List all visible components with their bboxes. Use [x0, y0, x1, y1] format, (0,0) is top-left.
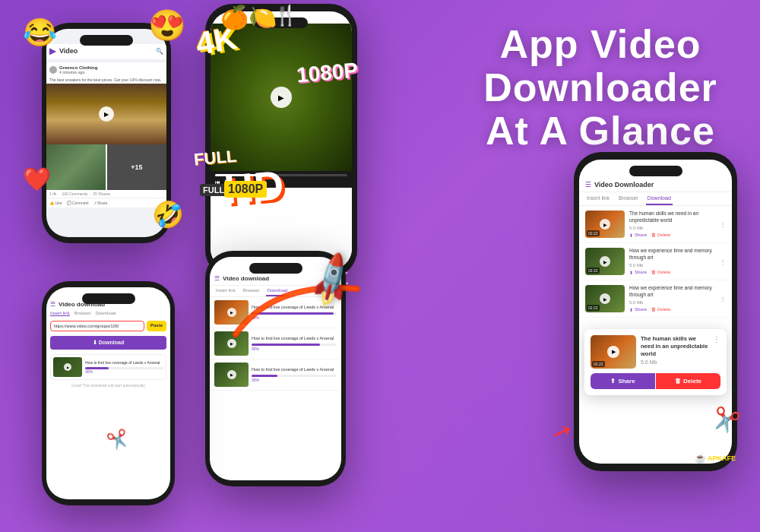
fb-video-grid: +15 — [46, 144, 166, 190]
p5-play-2[interactable]: ▶ — [600, 256, 610, 267]
p5-play-3[interactable]: ▶ — [600, 293, 610, 304]
p5-title-2: How we experience time and memory throug… — [629, 248, 715, 261]
p4-video-item: ▶ How to find live coverage of Leeds v A… — [50, 354, 166, 380]
post-time: 4 minutes ago — [59, 70, 97, 74]
p5-item-2: ▶ 02:22 How we experience time and memor… — [579, 243, 732, 280]
heart-emoji: ❤️ — [23, 166, 51, 192]
exp-title: The human skills we need in an unpredict… — [641, 335, 708, 357]
search-icon[interactable]: 🔍 — [156, 48, 163, 55]
url-input[interactable]: https://www.video.com/groups/105/ — [50, 321, 144, 331]
p5-more-1[interactable]: ⋮ — [720, 221, 726, 228]
p5-share-3[interactable]: ⬆ Share — [629, 307, 647, 312]
fb-stats: 1.4k · 100 Comments · 25 Shares — [46, 190, 166, 198]
fork-emoji: 🍴 — [274, 4, 298, 27]
p4-tab-browser[interactable]: Browser — [74, 311, 91, 316]
food-image: ▶ — [46, 84, 166, 144]
p4-vid-play[interactable]: ▶ — [64, 363, 71, 371]
p5-hamburger[interactable]: ☰ — [585, 181, 591, 188]
laughing-emoji: 😂 — [23, 17, 57, 49]
vd-item-title-3: How to find live coverage of Leeds v Ars… — [252, 367, 337, 372]
p5-play-1[interactable]: ▶ — [600, 219, 610, 230]
vd-progress-3 — [252, 375, 337, 377]
p5-actions-2: ⬆ Share 🗑 Delete — [629, 270, 715, 275]
p5-thumb-2: ▶ 02:22 — [585, 248, 625, 275]
phone1-screen: ▶ Video 🔍 Greenco Clothing 4 minutes ago… — [46, 29, 166, 237]
p5-tabs: Insert link Browser Download — [579, 192, 732, 206]
delete-label: Delete — [683, 378, 701, 385]
thumb-play-3[interactable]: ▶ — [227, 370, 236, 379]
p5-title: Video Downloader — [594, 181, 654, 188]
vd-info-3: How to find live coverage of Leeds v Ars… — [252, 367, 337, 382]
exp-play[interactable]: ▶ — [607, 346, 619, 358]
shares-count: 25 Shares — [93, 192, 110, 196]
p5-share-2[interactable]: ⬆ Share — [629, 270, 647, 275]
p5-more-3[interactable]: ⋮ — [720, 296, 726, 302]
share-label: Share — [618, 378, 635, 385]
phone5-notch — [629, 166, 682, 176]
phone1-header: ▶ Video 🔍 — [46, 44, 166, 59]
phone1-notch — [80, 35, 133, 46]
apkafe-label: APKAFE — [708, 454, 736, 462]
p5-size-3: 5.0 Mb — [629, 300, 715, 305]
vd-fill-3 — [252, 375, 277, 377]
vd-fill-2 — [252, 344, 320, 346]
phone-url-input: ☰ Video download Insert link Browser Dow… — [42, 281, 175, 505]
p5-thumb-1: ▶ 02:22 — [585, 211, 625, 238]
post-desc: The best sneakers for the best prices. G… — [46, 78, 166, 84]
p5-duration-1: 02:22 — [587, 230, 600, 236]
phone4-notch — [82, 293, 135, 304]
exp-more-icon[interactable]: ⋮ — [713, 335, 720, 344]
p4-tab-download[interactable]: Download — [96, 311, 116, 316]
p5-item-1: ▶ 02:22 The human skills we need in an u… — [579, 206, 732, 243]
p4-tab-insert[interactable]: Insert link — [50, 311, 70, 316]
p5-thumb-3: ▶ 02:22 — [585, 285, 625, 312]
exp-buttons: ⬆ Share 🗑 Delete — [591, 373, 720, 389]
p5-tab-insert[interactable]: Insert link — [585, 192, 611, 205]
p5-actions-3: ⬆ Share 🗑 Delete — [629, 307, 715, 312]
vd-percent-2: 80% — [252, 347, 337, 351]
p5-size-1: 5.0 Mb — [629, 226, 715, 230]
hamburger-icon[interactable]: ☰ — [214, 275, 220, 282]
p5-tab-download[interactable]: Download — [646, 192, 673, 205]
p5-delete-2[interactable]: 🗑 Delete — [651, 270, 670, 274]
expanded-card: ▶ 02:22 The human skills we need in an u… — [584, 329, 727, 395]
p4-vid-info: How to find live coverage of Leeds v Ars… — [85, 360, 163, 374]
vd-percent-3: 30% — [252, 378, 337, 382]
share-action[interactable]: ↗ Share — [93, 201, 108, 205]
vd-thumb-3: ▶ — [214, 363, 249, 387]
phone1-title: Video — [59, 47, 78, 55]
exp-text-area: The human skills we need in an unpredict… — [641, 335, 708, 365]
p4-tabs: Insert link Browser Download — [50, 311, 166, 316]
p4-hamburger[interactable]: ☰ — [50, 301, 55, 308]
fb-video-main: ▶ — [46, 84, 166, 144]
p5-actions-1: ⬆ Share 🗑 Delete — [629, 233, 715, 238]
play-button[interactable]: ▶ — [99, 106, 114, 122]
fb-actions: 👍 Like 💬 Comment ↗ Share — [46, 198, 166, 207]
paste-button[interactable]: Paste — [147, 321, 166, 331]
vd-item-3: ▶ How to find live coverage of Leeds v A… — [210, 359, 341, 391]
p5-size-2: 5.0 Mb — [629, 263, 715, 268]
p5-info-3: How we experience time and memory throug… — [629, 285, 715, 312]
p5-tab-browser[interactable]: Browser — [617, 192, 640, 205]
comment-action[interactable]: 💬 Comment — [67, 201, 89, 205]
p5-more-2[interactable]: ⋮ — [720, 258, 726, 265]
exp-share-button[interactable]: ⬆ Share — [591, 373, 655, 389]
download-button[interactable]: ⬇ Download — [50, 336, 166, 350]
app-title: App Video Downloader At A Glance — [471, 23, 730, 154]
fruits-emoji: 🍊🍋 — [220, 4, 277, 30]
p5-share-1[interactable]: ⬆ Share — [629, 233, 647, 238]
p5-info-1: The human skills we need in an unpredict… — [629, 211, 715, 238]
p5-info-2: How we experience time and memory throug… — [629, 248, 715, 275]
video-play-button[interactable]: ▶ — [271, 87, 292, 108]
p4-url-row: https://www.video.com/groups/105/ Paste — [50, 321, 166, 331]
p5-delete-1[interactable]: 🗑 Delete — [651, 233, 670, 237]
comments-count: 100 Comments — [62, 192, 87, 196]
badge-1080p2: 1080P — [224, 181, 267, 198]
p4-vid-title: How to find live coverage of Leeds v Ars… — [85, 360, 163, 366]
p5-delete-3[interactable]: 🗑 Delete — [651, 307, 670, 312]
like-action[interactable]: 👍 Like — [49, 201, 62, 205]
phone5-screen: ☰ Video Downloader Insert link Browser D… — [579, 160, 732, 464]
exp-delete-button[interactable]: 🗑 Delete — [656, 373, 720, 389]
exp-size: 5.0 Mb — [641, 359, 708, 365]
p5-title-3: How we experience time and memory throug… — [629, 285, 715, 298]
